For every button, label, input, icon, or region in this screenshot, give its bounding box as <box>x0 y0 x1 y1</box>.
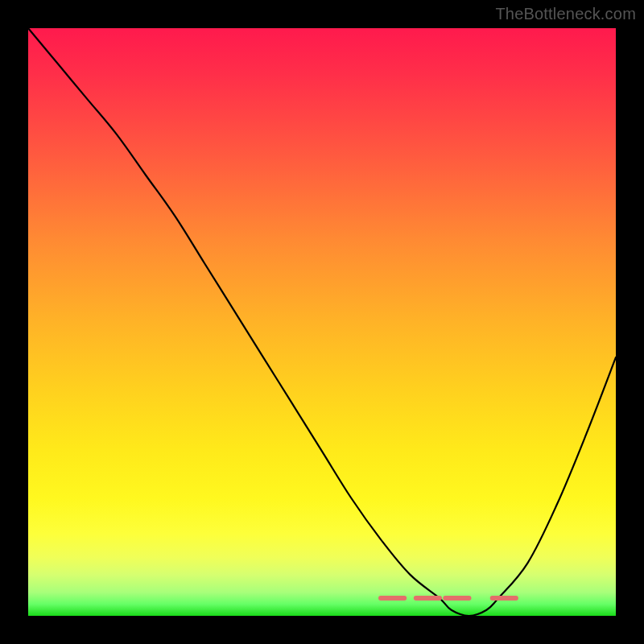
bottleneck-curve <box>28 28 616 616</box>
chart-stage: TheBottleneck.com <box>0 0 644 644</box>
plot-area <box>28 28 616 616</box>
watermark-text: TheBottleneck.com <box>495 5 636 23</box>
curve-layer <box>28 28 616 616</box>
